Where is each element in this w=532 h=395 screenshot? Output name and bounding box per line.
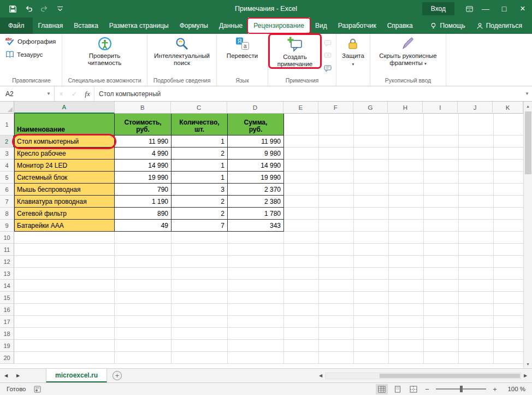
cell-J1[interactable] [459,114,494,135]
cell-A11[interactable] [14,244,115,256]
cell-J3[interactable] [459,148,494,160]
smart-lookup-button[interactable]: Интеллектуальный поиск [149,34,215,67]
cell-C18[interactable] [172,328,228,340]
cell-A3[interactable]: Кресло рабочее [14,148,115,160]
cell-A1[interactable]: Наименование [14,114,115,135]
cell-G5[interactable] [354,172,389,184]
cell-H20[interactable] [389,352,424,364]
cell-C16[interactable] [172,304,228,316]
cell-E9[interactable] [284,220,319,232]
cell-B7[interactable]: 1 190 [115,196,172,208]
cell-J10[interactable] [459,232,494,244]
cell-A5[interactable]: Системный блок [14,172,115,184]
cell-J9[interactable] [459,220,494,232]
cell-G3[interactable] [354,148,389,160]
cell-D8[interactable]: 1 780 [228,208,284,220]
cell-E13[interactable] [284,268,319,280]
formula-input[interactable]: Стол компьютерный [94,86,522,101]
cell-J12[interactable] [459,256,494,268]
cell-E12[interactable] [284,256,319,268]
cell-C20[interactable] [172,352,228,364]
cell-F10[interactable] [319,232,354,244]
cell-H12[interactable] [389,256,424,268]
cell-F13[interactable] [319,268,354,280]
cell-E6[interactable] [284,184,319,196]
zoom-slider[interactable] [436,388,486,390]
ribbon-display-options-button[interactable] [462,2,476,16]
cell-H15[interactable] [389,292,424,304]
cell-J11[interactable] [459,244,494,256]
hide-ink-button[interactable]: Скрыть рукописные фрагменты ▾ [371,34,445,67]
cell-D19[interactable] [228,340,284,352]
cell-H17[interactable] [389,316,424,328]
cell-A15[interactable] [14,292,115,304]
cell-E17[interactable] [284,316,319,328]
cell-C14[interactable] [172,280,228,292]
cell-I19[interactable] [424,340,459,352]
cell-B9[interactable]: 49 [115,220,172,232]
cell-F20[interactable] [319,352,354,364]
cell-G14[interactable] [354,280,389,292]
thesaurus-button[interactable]: Тезаурус [2,48,46,61]
close-button[interactable]: × [513,0,532,17]
row-header-16[interactable]: 16 [0,304,14,316]
cell-K5[interactable] [494,172,523,184]
cell-I7[interactable] [424,196,459,208]
cell-C19[interactable] [172,340,228,352]
cell-D3[interactable]: 9 980 [228,148,284,160]
cell-G19[interactable] [354,340,389,352]
hscroll-right-arrow[interactable]: ▶ [521,373,530,378]
tab-data[interactable]: Данные [214,17,248,34]
select-all-corner[interactable] [0,102,14,114]
scroll-up-arrow[interactable]: ▲ [526,102,530,110]
cell-B20[interactable] [115,352,172,364]
zoom-in-button[interactable]: + [491,385,499,393]
row-header-10[interactable]: 10 [0,232,14,244]
cell-H7[interactable] [389,196,424,208]
cell-D11[interactable] [228,244,284,256]
cell-I11[interactable] [424,244,459,256]
page-layout-view-button[interactable] [392,384,404,394]
cell-I2[interactable] [424,135,459,148]
cell-H14[interactable] [389,280,424,292]
insert-function-button[interactable]: fx [81,86,94,101]
cell-K14[interactable] [494,280,523,292]
cell-D6[interactable]: 2 370 [228,184,284,196]
cell-G2[interactable] [354,135,389,148]
cell-G11[interactable] [354,244,389,256]
cell-J15[interactable] [459,292,494,304]
cell-B11[interactable] [115,244,172,256]
cell-H6[interactable] [389,184,424,196]
cell-D1[interactable]: Сумма, руб. [228,114,284,135]
cell-J2[interactable] [459,135,494,148]
cell-G4[interactable] [354,160,389,172]
cell-C17[interactable] [172,316,228,328]
row-header-19[interactable]: 19 [0,340,14,352]
cell-E5[interactable] [284,172,319,184]
cell-H4[interactable] [389,160,424,172]
cell-A17[interactable] [14,316,115,328]
cell-J18[interactable] [459,328,494,340]
cell-H2[interactable] [389,135,424,148]
undo-button[interactable] [21,2,36,16]
cell-I8[interactable] [424,208,459,220]
row-header-1[interactable]: 1 [0,114,14,135]
cell-G20[interactable] [354,352,389,364]
row-header-2[interactable]: 2 [0,135,14,148]
spelling-button[interactable]: abc Орфография [2,34,59,48]
cell-F15[interactable] [319,292,354,304]
cell-K19[interactable] [494,340,523,352]
row-header-12[interactable]: 12 [0,256,14,268]
cell-J7[interactable] [459,196,494,208]
column-header-D[interactable]: D [227,102,283,114]
cell-H13[interactable] [389,268,424,280]
cell-A10[interactable] [14,232,115,244]
cell-F6[interactable] [319,184,354,196]
cell-D12[interactable] [228,256,284,268]
cell-G13[interactable] [354,268,389,280]
cell-K9[interactable] [494,220,523,232]
cell-B5[interactable]: 19 990 [115,172,172,184]
previous-comment-button[interactable] [322,50,334,61]
cell-K8[interactable] [494,208,523,220]
cell-G10[interactable] [354,232,389,244]
